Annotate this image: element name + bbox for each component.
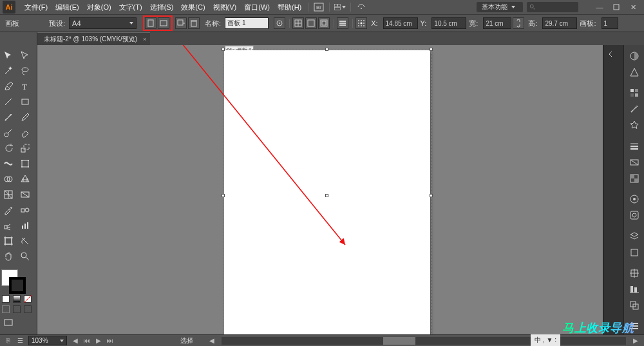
- tool-blob-brush[interactable]: [1, 126, 16, 140]
- tool-magic-wand[interactable]: [1, 64, 16, 78]
- panel-appearance-icon[interactable]: [627, 193, 641, 205]
- panel-color-icon[interactable]: [627, 50, 641, 62]
- artboard-last[interactable]: ⏭: [106, 336, 115, 345]
- draw-inside[interactable]: [24, 305, 32, 313]
- extra-icon[interactable]: [355, 2, 367, 12]
- draw-normal[interactable]: [2, 305, 10, 313]
- tool-lasso[interactable]: [17, 64, 33, 78]
- status-nav-icon[interactable]: ☰: [15, 336, 24, 345]
- expand-dock-icon[interactable]: [603, 47, 618, 61]
- handle-center[interactable]: [325, 194, 328, 197]
- menu-object[interactable]: 对象(O): [83, 3, 115, 12]
- menu-effect[interactable]: 效果(C): [177, 3, 209, 12]
- color-mode-gradient[interactable]: [13, 295, 21, 303]
- x-input[interactable]: 14.85 cm: [383, 17, 418, 29]
- new-artboard[interactable]: [175, 17, 187, 29]
- panel-stroke-icon[interactable]: [627, 140, 641, 152]
- artboards-input[interactable]: 1: [601, 17, 618, 29]
- tool-free-transform[interactable]: [17, 157, 33, 171]
- tool-paintbrush[interactable]: [1, 110, 16, 124]
- link-wh[interactable]: [513, 17, 524, 29]
- tool-gradient[interactable]: [17, 187, 33, 202]
- search-input[interactable]: [527, 2, 578, 12]
- panel-swatches-icon[interactable]: [627, 86, 641, 99]
- close-icon[interactable]: ×: [143, 36, 146, 43]
- tool-mesh[interactable]: [1, 187, 16, 202]
- tool-rectangle[interactable]: [17, 95, 33, 109]
- panel-transform-icon[interactable]: [627, 267, 641, 279]
- tool-hand[interactable]: [1, 249, 16, 264]
- move-with-artboard[interactable]: [274, 17, 285, 29]
- stroke-swatch[interactable]: [9, 277, 26, 294]
- artboard-name-input[interactable]: 画板 1: [225, 17, 269, 29]
- artboard-prev[interactable]: ◀: [71, 336, 80, 345]
- w-input[interactable]: 21 cm: [483, 17, 511, 29]
- menu-file[interactable]: 文件(F): [21, 3, 52, 12]
- scroll-left[interactable]: ◀: [207, 336, 216, 345]
- panel-gradient-icon[interactable]: [627, 156, 641, 168]
- tool-scale[interactable]: [17, 141, 33, 155]
- tool-symbol-sprayer[interactable]: [1, 218, 16, 233]
- tool-direct-selection[interactable]: [17, 48, 33, 62]
- panel-color-guide-icon[interactable]: [627, 66, 641, 78]
- orientation-landscape[interactable]: [158, 17, 169, 29]
- tool-artboard[interactable]: [1, 234, 16, 248]
- artboard-options[interactable]: [337, 17, 348, 29]
- panel-graphic-styles-icon[interactable]: [627, 209, 641, 222]
- handle-mr[interactable]: [430, 194, 433, 197]
- show-center[interactable]: [292, 17, 304, 29]
- tool-width[interactable]: [1, 157, 16, 171]
- artboard-next[interactable]: ▶: [94, 336, 103, 345]
- tool-pencil[interactable]: [17, 110, 33, 124]
- ime-language-bar[interactable]: 中 , ▼ :: [531, 334, 560, 346]
- handle-ml[interactable]: [222, 194, 225, 197]
- panel-artboards-icon[interactable]: [627, 246, 641, 258]
- color-mode-none[interactable]: [24, 295, 32, 303]
- show-cross[interactable]: [305, 17, 317, 29]
- document-tab[interactable]: 未标题-2* @ 103% (CMYK/预览) ×: [37, 32, 150, 45]
- handle-tc[interactable]: [325, 48, 328, 51]
- tool-rotate[interactable]: [1, 141, 16, 155]
- panel-more-icon[interactable]: [627, 320, 641, 332]
- panel-symbols-icon[interactable]: [627, 119, 641, 131]
- scroll-right[interactable]: ▶: [631, 336, 640, 345]
- color-mode-solid[interactable]: [2, 295, 10, 303]
- handle-tr[interactable]: [430, 48, 433, 51]
- orientation-portrait[interactable]: [145, 17, 156, 29]
- tool-perspective[interactable]: [17, 172, 33, 186]
- h-input[interactable]: 29.7 cm: [542, 17, 577, 29]
- tool-pen[interactable]: [1, 79, 16, 93]
- panel-brushes-icon[interactable]: [627, 103, 641, 115]
- handle-tl[interactable]: [222, 48, 225, 51]
- window-maximize[interactable]: [608, 1, 625, 13]
- arrange-docs-icon[interactable]: [334, 2, 346, 12]
- menu-select[interactable]: 选择(S): [146, 3, 178, 12]
- tool-selection[interactable]: [1, 48, 16, 62]
- delete-artboard[interactable]: [188, 17, 200, 29]
- tool-eyedropper[interactable]: [1, 203, 16, 217]
- tool-shape-builder[interactable]: [1, 172, 16, 186]
- panel-layers-icon[interactable]: [627, 230, 641, 242]
- panel-pathfinder-icon[interactable]: [627, 300, 641, 312]
- draw-behind[interactable]: [13, 305, 21, 313]
- menu-type[interactable]: 文字(T): [115, 3, 146, 12]
- ref-point[interactable]: [355, 17, 367, 29]
- tool-eraser[interactable]: [17, 126, 33, 140]
- zoom-dropdown[interactable]: 103%: [28, 336, 67, 345]
- menu-edit[interactable]: 编辑(E): [52, 3, 83, 12]
- tool-type[interactable]: T: [17, 79, 33, 93]
- tool-zoom[interactable]: [17, 249, 33, 264]
- tool-blend[interactable]: [17, 203, 33, 217]
- status-sync-icon[interactable]: ⎘: [4, 336, 13, 345]
- horizontal-scrollbar[interactable]: [222, 337, 626, 345]
- menu-view[interactable]: 视图(V): [209, 3, 241, 12]
- show-safe[interactable]: [318, 17, 330, 29]
- fill-stroke-swatch[interactable]: [0, 268, 28, 294]
- tool-slice[interactable]: [17, 234, 33, 248]
- canvas[interactable]: 01 - 画板 1: [37, 45, 603, 334]
- bridge-icon[interactable]: Br: [313, 2, 325, 12]
- screen-mode[interactable]: [1, 316, 16, 330]
- preset-dropdown[interactable]: A4: [69, 17, 137, 29]
- menu-help[interactable]: 帮助(H): [274, 3, 305, 12]
- artboard-first[interactable]: ⏮: [82, 336, 91, 345]
